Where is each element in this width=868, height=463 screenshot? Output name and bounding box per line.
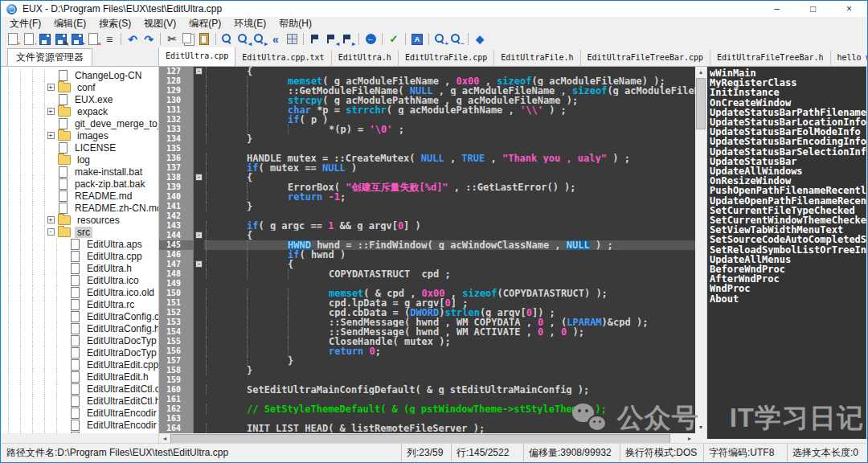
- zoom-in-icon[interactable]: +: [432, 32, 448, 47]
- tree-item[interactable]: EditUltraEdit.cpp: [2, 359, 158, 371]
- code-text[interactable]: COPYDATASTRUCT cpd ;: [204, 269, 695, 279]
- fold-column[interactable]: [193, 134, 204, 144]
- menu-item-2[interactable]: 搜索(S): [92, 17, 137, 31]
- code-text[interactable]: SetEditUltraMainConfigDefault( & g_stEdi…: [204, 385, 695, 395]
- fold-column[interactable]: [193, 86, 204, 96]
- line-number[interactable]: 142: [159, 211, 193, 221]
- symbol-item[interactable]: wWinMain: [710, 68, 866, 78]
- scroll-up-icon[interactable]: ▴: [695, 67, 706, 78]
- symbol-item[interactable]: SetViewTabWidthMenuText: [710, 225, 866, 235]
- fold-column[interactable]: -: [193, 231, 204, 240]
- line-number[interactable]: 162: [159, 404, 193, 414]
- line-number[interactable]: 129: [159, 86, 193, 96]
- find-prev-icon[interactable]: ◂: [235, 32, 252, 47]
- tab-EditUltraFile.h[interactable]: EditUltraFile.h: [494, 50, 580, 66]
- line-number[interactable]: 154: [159, 327, 193, 337]
- fold-column[interactable]: [193, 154, 204, 163]
- fold-collapse-icon[interactable]: -: [195, 68, 203, 75]
- code-text[interactable]: cpd.lpData = g_argv[0] ;: [204, 298, 695, 308]
- paste-icon[interactable]: [196, 32, 212, 47]
- tree-item[interactable]: EditUltraEditCtl.c: [2, 383, 158, 395]
- code-text[interactable]: if( g_argc == 1 && g_argv[0] ): [204, 221, 695, 231]
- fold-column[interactable]: [193, 76, 204, 86]
- copy-icon[interactable]: [180, 32, 196, 47]
- symbol-item[interactable]: UpdateStatusBarEncodingInfo: [710, 137, 866, 146]
- tab-EditUltra.cpp.txt[interactable]: EditUltra.cpp.txt: [235, 50, 331, 66]
- tree-item[interactable]: EditUltra.ico: [2, 274, 158, 286]
- symbol-item[interactable]: WndProc: [710, 284, 866, 293]
- tab-EditUltra.h[interactable]: EditUltra.h: [332, 50, 399, 66]
- symbol-item[interactable]: UpdateAllWindows: [710, 166, 866, 176]
- line-number[interactable]: 127: [159, 67, 193, 76]
- symbol-item[interactable]: OnResizeWindow: [710, 176, 866, 186]
- bookmark-next-icon[interactable]: ▸: [339, 32, 355, 47]
- line-number[interactable]: 132: [159, 115, 193, 125]
- expand-icon[interactable]: +: [47, 84, 55, 91]
- line-number[interactable]: 160: [159, 385, 193, 395]
- code-text[interactable]: }: [204, 202, 695, 211]
- code-text[interactable]: }: [204, 366, 695, 375]
- line-number[interactable]: 137: [159, 163, 193, 173]
- line-number[interactable]: 130: [159, 96, 193, 105]
- replace-icon[interactable]: [284, 32, 300, 47]
- symbol-item[interactable]: PushOpenPathFilenameRecently: [710, 186, 866, 195]
- tree-item[interactable]: -src: [2, 226, 158, 238]
- task-list-icon[interactable]: ✓: [386, 32, 402, 47]
- symbol-item[interactable]: About: [710, 294, 866, 304]
- menu-item-4[interactable]: 编程(P): [182, 17, 227, 31]
- tree-item[interactable]: +expack: [2, 105, 158, 117]
- symbol-item[interactable]: UpdateStatusBarEolModeInfo: [710, 127, 866, 137]
- symbol-item[interactable]: AfterWndProc: [710, 274, 866, 284]
- fold-column[interactable]: [193, 375, 204, 385]
- find-next-icon[interactable]: ▸: [252, 32, 268, 47]
- line-number[interactable]: 159: [159, 375, 193, 385]
- open-file-icon[interactable]: ›: [21, 32, 37, 47]
- fold-column[interactable]: [193, 182, 204, 192]
- menu-item-5[interactable]: 环境(E): [227, 17, 272, 31]
- fold-column[interactable]: -: [193, 260, 204, 269]
- code-text[interactable]: [204, 395, 695, 404]
- symbol-item[interactable]: UpdateStatusBarLocationInfo: [710, 117, 866, 127]
- tree-item[interactable]: EditUltra.cpp: [2, 250, 158, 262]
- symbol-item[interactable]: SetReloadSymbolListOrTreeInterva: [710, 245, 866, 255]
- fold-column[interactable]: [193, 308, 204, 318]
- tree-item[interactable]: +conf: [2, 81, 158, 93]
- fold-column[interactable]: [193, 337, 204, 346]
- tree-item[interactable]: EditUltraEncodir: [2, 407, 158, 419]
- collapse-icon[interactable]: -: [47, 228, 55, 236]
- save-icon[interactable]: [37, 32, 53, 47]
- code-text[interactable]: char *p = strrchr( g_acModulePathName , …: [204, 105, 695, 115]
- fold-column[interactable]: [193, 192, 204, 202]
- expand-icon[interactable]: +: [47, 216, 55, 223]
- fold-column[interactable]: [193, 289, 204, 298]
- line-number[interactable]: 145: [159, 240, 193, 250]
- menu-item-1[interactable]: 编辑(E): [47, 17, 92, 31]
- fold-collapse-icon[interactable]: -: [195, 232, 203, 239]
- line-number[interactable]: 138: [159, 173, 193, 182]
- fold-column[interactable]: [193, 105, 204, 115]
- line-number[interactable]: 155: [159, 337, 193, 346]
- symbol-item[interactable]: OnCreateWindow: [710, 98, 866, 108]
- fold-column[interactable]: [193, 96, 204, 105]
- fold-column[interactable]: [193, 395, 204, 404]
- goto-position-icon[interactable]: «: [268, 32, 284, 47]
- code-text[interactable]: if( p ): [204, 115, 695, 125]
- code-text[interactable]: INIT_LIST_HEAD( & listRemoteFileServer )…: [204, 424, 695, 433]
- code-text[interactable]: return -1;: [204, 192, 695, 202]
- fold-column[interactable]: [193, 366, 204, 375]
- line-number[interactable]: 128: [159, 76, 193, 86]
- symbol-item[interactable]: UpdateOpenPathFilenameRecently: [710, 196, 866, 206]
- tree-item[interactable]: EditUltraDocTyp: [2, 346, 158, 359]
- tree-item[interactable]: git_deve_merge_to_: [2, 117, 158, 129]
- fold-column[interactable]: [193, 269, 204, 279]
- line-number[interactable]: 150: [159, 289, 193, 298]
- symbol-item[interactable]: BeforeWndProc: [710, 264, 866, 274]
- file-list-icon[interactable]: ≡: [101, 32, 117, 47]
- fold-collapse-icon[interactable]: -: [195, 174, 203, 181]
- line-number[interactable]: 157: [159, 356, 193, 366]
- fold-column[interactable]: [193, 404, 204, 414]
- about-icon[interactable]: ◆: [472, 32, 488, 47]
- symbol-item[interactable]: UpdateStatusBarPathFilenameInfo: [710, 108, 866, 117]
- fold-column[interactable]: [193, 125, 204, 134]
- fold-column[interactable]: [193, 144, 204, 154]
